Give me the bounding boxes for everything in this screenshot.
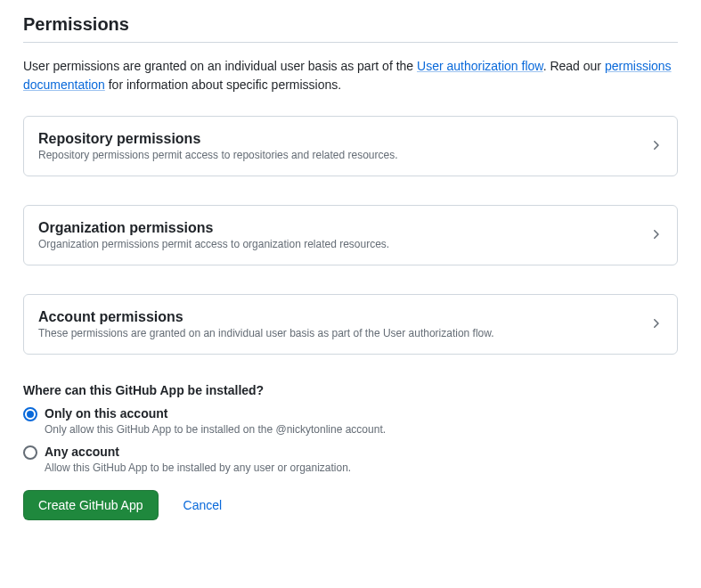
form-actions: Create GitHub App Cancel (23, 490, 678, 520)
repository-permissions-desc: Repository permissions permit access to … (38, 149, 638, 161)
organization-permissions-card[interactable]: Organization permissions Organization pe… (23, 205, 678, 265)
intro-text: User permissions are granted on an indiv… (23, 57, 678, 94)
install-location-heading: Where can this GitHub App be installed? (23, 383, 678, 397)
repository-permissions-title: Repository permissions (38, 131, 638, 147)
radio-input[interactable] (23, 445, 37, 460)
create-github-app-button[interactable]: Create GitHub App (23, 490, 159, 520)
intro-mid: . Read our (543, 59, 605, 73)
radio-desc: Allow this GitHub App to be installed by… (45, 461, 678, 474)
intro-prefix: User permissions are granted on an indiv… (23, 59, 417, 73)
chevron-right-icon (648, 316, 663, 333)
intro-suffix: for information about specific permissio… (105, 78, 341, 92)
account-permissions-title: Account permissions (38, 309, 638, 325)
organization-permissions-title: Organization permissions (38, 220, 638, 236)
radio-content: Any account Allow this GitHub App to be … (45, 445, 678, 474)
radio-label: Any account (45, 445, 119, 459)
radio-content: Only on this account Only allow this Git… (45, 406, 678, 436)
chevron-right-icon (648, 138, 663, 155)
install-location-radio-group: Only on this account Only allow this Git… (23, 406, 678, 474)
radio-desc: Only allow this GitHub App to be install… (45, 423, 678, 436)
account-permissions-desc: These permissions are granted on an indi… (38, 327, 638, 339)
radio-only-this-account[interactable]: Only on this account Only allow this Git… (23, 406, 678, 436)
account-permissions-card[interactable]: Account permissions These permissions ar… (23, 294, 678, 355)
radio-any-account[interactable]: Any account Allow this GitHub App to be … (23, 445, 678, 474)
user-authorization-flow-link[interactable]: User authorization flow (417, 59, 543, 73)
organization-permissions-desc: Organization permissions permit access t… (38, 238, 638, 250)
radio-label: Only on this account (45, 406, 167, 421)
page-title: Permissions (23, 14, 678, 43)
radio-input[interactable] (23, 407, 37, 421)
chevron-right-icon (648, 227, 663, 244)
cancel-button[interactable]: Cancel (173, 494, 233, 517)
account-permissions-content: Account permissions These permissions ar… (38, 309, 638, 339)
repository-permissions-content: Repository permissions Repository permis… (38, 131, 638, 161)
organization-permissions-content: Organization permissions Organization pe… (38, 220, 638, 250)
repository-permissions-card[interactable]: Repository permissions Repository permis… (23, 116, 678, 176)
